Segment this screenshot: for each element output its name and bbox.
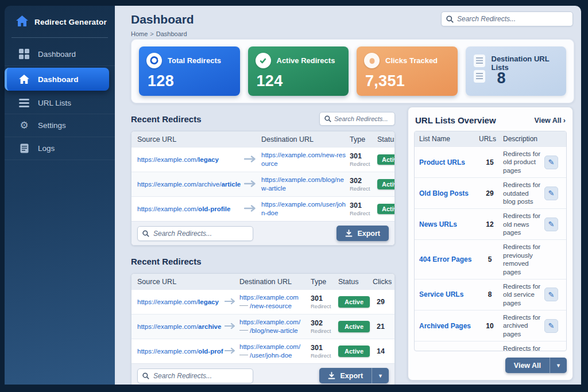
breadcrumb-home[interactable]: Home <box>131 30 148 37</box>
table2-footer-search <box>137 368 253 383</box>
view-all-dropdown-button[interactable]: ▼ <box>550 358 567 373</box>
url-lists-panel: URL Lists Overview View All› List Name U… <box>408 107 573 381</box>
clicks-count: 21 <box>373 323 389 331</box>
home-icon <box>18 75 30 84</box>
col-type: Type <box>350 135 376 143</box>
list-item[interactable]: Service URLs 8 Redirects for old service… <box>415 279 566 310</box>
destination-url-link[interactable]: https://example.com//blog/new-article <box>239 318 310 335</box>
source-url-link[interactable]: https://example.com/legacy <box>137 156 243 163</box>
col-list-name: List Name <box>419 135 477 143</box>
arrow-right-icon <box>225 298 238 306</box>
sidebar-item-dashboard-overview[interactable]: Dashboard <box>5 42 115 66</box>
list-description: Redirects for previously removed pages <box>503 243 542 276</box>
table-header: Source URL Destination URL Type Status C… <box>131 274 394 289</box>
export-button[interactable]: Export <box>319 368 372 383</box>
list-item[interactable]: Archived Pages 10 Redirects for archived… <box>415 310 566 341</box>
sidebar-item-settings[interactable]: ⚙ Settings <box>5 114 115 137</box>
stat-card-destination-url-lists[interactable]: Destination URL Lists 8 <box>466 46 567 96</box>
caret-down-icon: ▼ <box>378 373 383 379</box>
export-dropdown-button[interactable]: ▼ <box>372 368 389 383</box>
list-name-link[interactable]: Product URLs <box>419 158 477 166</box>
sidebar-item-label: Dashboard <box>38 50 76 59</box>
list-item[interactable]: Product URLs 15 Redirects for old produc… <box>415 146 566 177</box>
stat-card-total-redirects[interactable]: Total Redirects 128 <box>139 46 240 96</box>
edit-button[interactable]: ✎ <box>544 187 558 200</box>
view-all-button[interactable]: View All <box>505 358 550 373</box>
list-name-link[interactable]: 404 Error Pages <box>419 255 477 263</box>
edit-button[interactable]: ✎ <box>544 288 558 301</box>
list-description: Redirects for outdated blog posts <box>503 181 542 205</box>
table1-footer-search-input[interactable] <box>138 227 253 240</box>
status-badge: Active <box>377 179 395 189</box>
sidebar-item-label: Logs <box>38 144 55 153</box>
table-row[interactable]: https://example.com/legacy https://examp… <box>131 289 394 314</box>
main-content: Dashboard Home>Dashboard Total Redirects… <box>115 6 581 385</box>
edit-button[interactable]: ✎ <box>544 156 558 169</box>
redirects-table-1: Source URL Destination URL Type Status h… <box>131 131 395 246</box>
list-item[interactable]: Campaign URLs 7 Redirects for campaign l… <box>415 341 566 351</box>
edit-button[interactable]: ✎ <box>544 218 558 231</box>
export-button[interactable]: Export <box>336 226 389 241</box>
destination-url-link[interactable]: https://example.com/user/john-doe <box>261 200 349 218</box>
destination-url-link[interactable]: https://example.com/blog/new-article <box>261 176 349 193</box>
col-clicks: Clicks <box>373 278 392 286</box>
arrow-right-icon <box>225 347 238 355</box>
col-status: Status <box>377 135 395 143</box>
export-split-button[interactable]: Export ▼ <box>319 368 389 383</box>
view-all-link[interactable]: View All› <box>535 117 566 125</box>
click-icon <box>364 53 380 68</box>
sidebar-item-logs[interactable]: Logs <box>5 137 115 160</box>
col-source-url: Source URL <box>137 135 243 143</box>
pencil-icon: ✎ <box>548 189 555 197</box>
table-row[interactable]: https://example.com/archive/article http… <box>131 172 394 196</box>
col-destination-url: Destination URL <box>261 135 349 143</box>
view-all-split-button[interactable]: View All ▼ <box>505 358 567 373</box>
table-row[interactable]: https://example.com/old-profile https://… <box>131 339 394 363</box>
stat-card-clicks-tracked[interactable]: Clicks Tracked 7,351 <box>357 46 458 96</box>
page-header: Dashboard Home>Dashboard <box>131 13 194 37</box>
list-item[interactable]: News URLs 12 Redirects for old news page… <box>415 208 566 239</box>
list-name-link[interactable]: News URLs <box>419 220 477 228</box>
source-url-link[interactable]: https://example.com/old-profile <box>137 348 223 355</box>
edit-button[interactable]: ✎ <box>544 319 558 333</box>
sidebar-item-label: Settings <box>38 121 66 130</box>
url-lists-footer: View All ▼ <box>414 351 567 373</box>
stat-label: Active Redirects <box>277 56 335 65</box>
arrow-right-icon <box>244 156 260 164</box>
status-badge: Active <box>338 346 370 357</box>
source-url-link[interactable]: https://example.com/legacy <box>137 298 223 305</box>
url-count: 10 <box>479 322 501 330</box>
destination-url-link[interactable]: https://example.com//user/john-doe <box>239 343 310 360</box>
sidebar-item-url-lists[interactable]: URL Lists <box>5 92 115 114</box>
sidebar-menu: Dashboard Dashboard URL Lists ⚙ Settings… <box>5 42 115 160</box>
header-search-input[interactable] <box>442 12 572 26</box>
source-url-link[interactable]: https://example.com/archive <box>137 323 223 330</box>
status-badge: Active <box>338 321 370 332</box>
table-header: Source URL Destination URL Type Status <box>131 131 394 147</box>
gear-icon: ⚙ <box>18 121 30 130</box>
page-title: Dashboard <box>131 13 194 26</box>
search-icon <box>142 230 149 237</box>
brand: Redirect Generator <box>5 6 115 36</box>
source-url-link[interactable]: https://example.com/archive/article <box>137 181 243 188</box>
table2-footer-search-input[interactable] <box>138 369 253 383</box>
list-item[interactable]: 404 Error Pages 5 Redirects for previous… <box>415 239 566 279</box>
redirect-type: 302Redirect <box>311 319 337 334</box>
stats-panel: Total Redirects 128 Active Redirects 124… <box>131 39 574 103</box>
destination-url-link[interactable]: https://example.com/new-resource <box>261 151 349 168</box>
table-row[interactable]: https://example.com/archive https://exam… <box>131 314 394 339</box>
list-name-link[interactable]: Archived Pages <box>419 322 477 330</box>
stat-card-active-redirects[interactable]: Active Redirects 124 <box>248 46 349 96</box>
pencil-icon: ✎ <box>548 321 555 330</box>
url-count: 15 <box>479 158 501 166</box>
export-label: Export <box>357 230 380 238</box>
sidebar-item-dashboard[interactable]: Dashboard <box>5 68 109 91</box>
source-url-link[interactable]: https://example.com/old-profile <box>137 205 243 212</box>
destination-url-link[interactable]: https://example.com/new-resource <box>239 293 310 311</box>
list-name-link[interactable]: Old Blog Posts <box>419 189 477 197</box>
list-item[interactable]: Old Blog Posts 29 Redirects for outdated… <box>415 177 566 208</box>
list-name-link[interactable]: Service URLs <box>419 290 477 298</box>
table1-footer-search <box>137 226 253 241</box>
table-row[interactable]: https://example.com/old-profile https://… <box>131 196 394 221</box>
table-row[interactable]: https://example.com/legacy https://examp… <box>131 147 394 172</box>
